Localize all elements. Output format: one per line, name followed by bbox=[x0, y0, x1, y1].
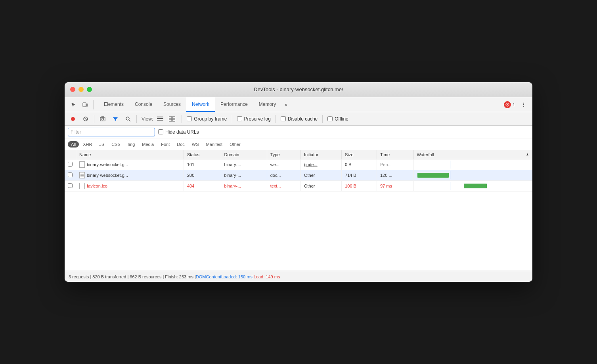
device-toolbar-icon[interactable] bbox=[80, 99, 91, 110]
svg-point-4 bbox=[523, 102, 524, 103]
type-filter-img[interactable]: Img bbox=[124, 141, 138, 148]
col-time[interactable]: Time bbox=[377, 150, 414, 159]
initiator-link[interactable]: (inde... bbox=[304, 162, 318, 167]
load-time: Load: 149 ms bbox=[254, 274, 280, 279]
view-label: View: bbox=[142, 116, 153, 122]
offline-label[interactable]: Offline bbox=[327, 116, 348, 122]
large-rows-button[interactable] bbox=[167, 114, 177, 124]
type-filter-js[interactable]: JS bbox=[96, 141, 107, 148]
hide-data-urls-label[interactable]: Hide data URLs bbox=[158, 129, 199, 135]
filter-button[interactable] bbox=[110, 114, 121, 124]
svg-rect-0 bbox=[83, 103, 86, 107]
minimize-button[interactable] bbox=[78, 87, 84, 92]
hide-data-urls-checkbox[interactable] bbox=[158, 129, 163, 134]
file-icon bbox=[79, 183, 85, 189]
type-cell: doc... bbox=[267, 170, 300, 181]
tab-elements[interactable]: Elements bbox=[98, 97, 129, 112]
group-by-frame-label[interactable]: Group by frame bbox=[187, 116, 227, 122]
type-filter-xhr[interactable]: XHR bbox=[80, 141, 95, 148]
record-button[interactable] bbox=[68, 114, 78, 124]
type-filter-other[interactable]: Other bbox=[226, 141, 244, 148]
col-size[interactable]: Size bbox=[342, 150, 377, 159]
domain-cell: binary-... bbox=[221, 181, 267, 192]
toolbar-divider-6 bbox=[322, 115, 323, 123]
requests-table: Name Status Domain Type Initiator Size T… bbox=[65, 150, 532, 271]
svg-rect-1 bbox=[86, 104, 88, 106]
waterfall-cell bbox=[413, 159, 532, 170]
time-cell: 120 ... bbox=[377, 170, 414, 181]
window-controls bbox=[70, 87, 92, 92]
tab-performance[interactable]: Performance bbox=[215, 97, 253, 112]
close-button[interactable] bbox=[70, 87, 75, 92]
status-cell: 404 bbox=[184, 181, 221, 192]
type-filter-all[interactable]: All bbox=[68, 141, 79, 148]
table-row[interactable]: binary-websocket.g... 200 binary-... doc… bbox=[65, 170, 532, 181]
row-checkbox-cell bbox=[65, 159, 76, 170]
cursor-icon[interactable] bbox=[68, 99, 79, 110]
col-domain[interactable]: Domain bbox=[221, 150, 267, 159]
col-name[interactable]: Name bbox=[76, 150, 184, 159]
toolbar-divider-3 bbox=[182, 115, 182, 123]
capture-screenshot-button[interactable] bbox=[98, 114, 108, 124]
table-row[interactable]: binary-websocket.g... 101 binary-... we.… bbox=[65, 159, 532, 170]
toolbar-divider-4 bbox=[232, 115, 232, 123]
filter-bar: Hide data URLs bbox=[65, 126, 532, 138]
table-row[interactable]: favicon.ico 404 binary-... text... Other… bbox=[65, 181, 532, 192]
svg-text:✕: ✕ bbox=[506, 103, 509, 106]
svg-line-9 bbox=[84, 118, 87, 120]
type-filter-media[interactable]: Media bbox=[139, 141, 157, 148]
tab-console[interactable]: Console bbox=[129, 97, 158, 112]
network-toolbar: View: Group by frame bbox=[65, 112, 532, 126]
preserve-log-checkbox[interactable] bbox=[237, 116, 242, 121]
kebab-menu-icon[interactable] bbox=[518, 99, 529, 110]
group-by-frame-checkbox[interactable] bbox=[187, 116, 192, 121]
file-icon bbox=[79, 172, 85, 178]
tab-memory[interactable]: Memory bbox=[253, 97, 281, 112]
type-filter-doc[interactable]: Doc bbox=[174, 141, 188, 148]
type-filter-css[interactable]: CSS bbox=[108, 141, 124, 148]
toolbar-divider-2 bbox=[136, 115, 137, 123]
col-type[interactable]: Type bbox=[267, 150, 300, 159]
toolbar-divider-5 bbox=[276, 115, 276, 123]
svg-rect-21 bbox=[172, 119, 175, 121]
more-tabs-button[interactable]: » bbox=[281, 97, 291, 112]
disable-cache-label[interactable]: Disable cache bbox=[281, 116, 318, 122]
request-name: favicon.ico bbox=[87, 184, 107, 188]
col-status[interactable]: Status bbox=[184, 150, 221, 159]
svg-rect-20 bbox=[169, 119, 172, 121]
col-checkbox bbox=[65, 150, 76, 159]
col-waterfall[interactable]: Waterfall ▲ bbox=[413, 150, 532, 159]
row-checkbox[interactable] bbox=[68, 162, 73, 167]
search-button[interactable] bbox=[123, 114, 133, 124]
type-filter-ws[interactable]: WS bbox=[189, 141, 202, 148]
status-cell: 200 bbox=[184, 170, 221, 181]
clear-button[interactable] bbox=[80, 114, 91, 124]
type-filter-font[interactable]: Font bbox=[158, 141, 173, 148]
request-name: binary-websocket.g... bbox=[87, 173, 128, 178]
type-filter-manifest[interactable]: Manifest bbox=[203, 141, 226, 148]
empty-rows bbox=[65, 192, 532, 271]
row-checkbox[interactable] bbox=[68, 183, 73, 188]
table-body: binary-websocket.g... 101 binary-... we.… bbox=[65, 159, 532, 271]
tab-network[interactable]: Network bbox=[186, 97, 215, 112]
offline-checkbox[interactable] bbox=[327, 116, 333, 121]
toolbar-divider-1 bbox=[94, 115, 94, 123]
type-cell: text... bbox=[267, 181, 300, 192]
row-checkbox[interactable] bbox=[68, 172, 73, 177]
error-badge: ✕ bbox=[504, 101, 511, 108]
svg-rect-12 bbox=[101, 117, 104, 117]
initiator-cell: (inde... bbox=[300, 159, 341, 170]
disable-cache-checkbox[interactable] bbox=[281, 116, 286, 121]
filter-input[interactable] bbox=[68, 128, 155, 136]
tab-sources[interactable]: Sources bbox=[158, 97, 186, 112]
preserve-log-label[interactable]: Preserve log bbox=[237, 116, 271, 122]
svg-line-14 bbox=[129, 120, 130, 121]
list-view-button[interactable] bbox=[155, 114, 165, 124]
initiator-cell: Other bbox=[300, 170, 341, 181]
col-initiator[interactable]: Initiator bbox=[300, 150, 341, 159]
maximize-button[interactable] bbox=[87, 87, 92, 92]
status-bar: 3 requests | 820 B transferred | 662 B r… bbox=[65, 271, 532, 282]
svg-rect-15 bbox=[157, 117, 163, 117]
devtools-window: DevTools - binary-websocket.glitch.me/ bbox=[65, 82, 532, 282]
svg-point-7 bbox=[71, 117, 75, 121]
